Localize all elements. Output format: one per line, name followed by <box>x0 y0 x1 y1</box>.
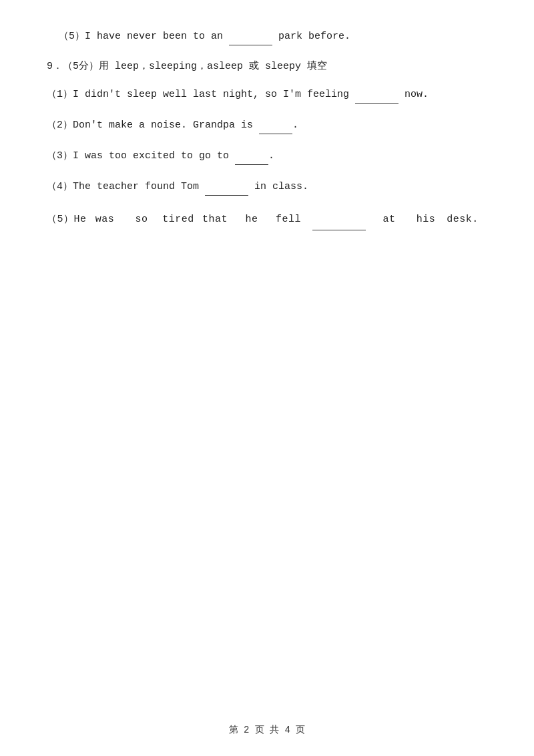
q9-item4: （4）The teacher found Tom in class. <box>47 177 487 196</box>
question9-header-text: 9．（5分）用 leep，sleeping，asleep 或 sleepy 填空 <box>47 61 327 72</box>
q9-item5-word1: （5）He <box>47 208 87 230</box>
q9-item1-blank <box>355 85 398 104</box>
q9-item5-word9: his <box>408 208 445 230</box>
q9-item3: （3）I was too excited to go to . <box>47 146 487 165</box>
q9-item5-word2: was <box>87 208 123 230</box>
q5-item5: （5）I have never been to an park before. <box>59 27 487 45</box>
page-footer: 第 2 页 共 4 页 <box>0 724 534 736</box>
q9-item5-word8: at <box>371 208 408 230</box>
q9-item2-blank <box>259 116 292 134</box>
q9-item5-word4: tired <box>160 208 197 230</box>
q9-item5: （5）He was so tired that he fell at his d… <box>47 208 487 230</box>
q9-item3-before: （3）I was too excited to go to <box>47 150 235 162</box>
page-footer-text: 第 2 页 共 4 页 <box>229 725 306 735</box>
q9-item2-before: （2）Don't make a noise. Grandpa is <box>47 120 259 131</box>
q9-item1-before: （1）I didn't sleep well last night, so I'… <box>47 89 355 100</box>
q9-item1: （1）I didn't sleep well last night, so I'… <box>47 85 487 104</box>
q9-item2-after: . <box>292 120 298 131</box>
q9-item3-blank <box>235 146 268 165</box>
q9-item4-blank <box>205 177 248 196</box>
q5-item5-text: （5）I have never been to an <box>59 31 229 42</box>
question9-header: 9．（5分）用 leep，sleeping，asleep 或 sleepy 填空 <box>47 57 487 75</box>
q9-item4-before: （4）The teacher found Tom <box>47 181 205 192</box>
q9-item1-after: now. <box>398 89 429 100</box>
q9-item5-word7: fell <box>270 208 307 230</box>
q5-item5-text-after: park before. <box>272 31 350 42</box>
q9-item3-after: . <box>268 150 274 162</box>
q9-item5-word5: that <box>197 208 234 230</box>
q9-item2: （2）Don't make a noise. Grandpa is . <box>47 116 487 134</box>
q9-item5-word3: so <box>123 208 160 230</box>
q9-item5-word6: he <box>234 208 270 230</box>
q5-item5-blank <box>229 27 272 45</box>
q9-item4-after: in class. <box>248 181 308 192</box>
page-content: （5）I have never been to an park before. … <box>0 0 534 296</box>
q9-item5-blank <box>312 208 366 230</box>
q9-item5-word10: desk. <box>445 208 481 230</box>
